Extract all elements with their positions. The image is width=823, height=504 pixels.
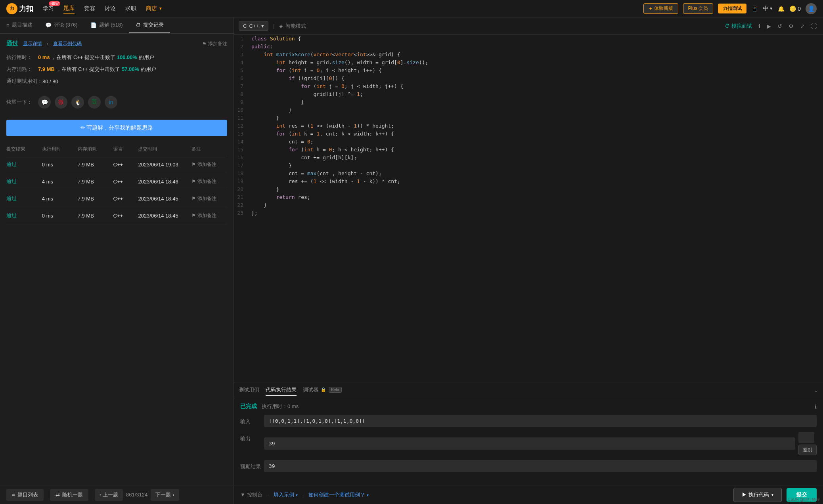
nav-shop[interactable]: 商店 ▼ xyxy=(146,4,163,14)
tab-code-result[interactable]: 代码执行结果 xyxy=(266,385,297,396)
info-icon[interactable]: ℹ xyxy=(757,21,762,31)
solution-icon: 📄 xyxy=(90,22,97,28)
test-info-icon[interactable]: ℹ xyxy=(815,404,817,410)
random-button[interactable]: ⇄ 随机一题 xyxy=(50,489,88,501)
simulate-button[interactable]: ⏱ 模拟面试 xyxy=(725,23,752,30)
interview-button[interactable]: 力扣面试 xyxy=(718,4,746,13)
row1-result[interactable]: 通过 xyxy=(6,161,42,168)
test-exec-time: 执行用时：0 ms xyxy=(262,403,299,410)
star-icon: ✦ xyxy=(649,6,653,11)
code-line-1: 1 class Solution { xyxy=(234,35,823,43)
prev-button[interactable]: ‹ 上一题 xyxy=(95,489,123,501)
flag-icon-header: ⚑ xyxy=(202,41,207,47)
coin-icon: 🪙 xyxy=(789,6,796,12)
test-expand-btn[interactable]: ⌄ xyxy=(814,387,818,393)
code-line-6: 6 if (!grid[i][0]) { xyxy=(234,74,823,82)
result-status: 通过 xyxy=(6,40,18,48)
output-label: 输出 xyxy=(240,432,264,442)
problem-list-button[interactable]: ≡ 题目列表 xyxy=(6,489,44,501)
row4-submit-time: 2023/06/14 18:45 xyxy=(138,213,191,219)
row2-memory: 7.9 MB xyxy=(78,179,113,185)
random-icon: ⇄ xyxy=(56,492,60,498)
nav-jobs[interactable]: 求职 xyxy=(125,4,136,14)
row3-result[interactable]: 通过 xyxy=(6,195,42,202)
input-row: 输入 [[0,0,1,1],[1,0,1,0],[1,1,0,0]] xyxy=(240,415,817,427)
add-note-header[interactable]: ⚑ 添加备注 xyxy=(202,40,227,47)
show-detail-link[interactable]: 显示详情 xyxy=(23,40,42,47)
nav-contest[interactable]: 竞赛 xyxy=(84,4,95,14)
douban-icon[interactable]: 豆 xyxy=(88,96,101,109)
code-line-4: 4 int height = grid.size(), width = grid… xyxy=(234,59,823,67)
row4-note[interactable]: ⚑ 添加备注 xyxy=(191,212,227,219)
code-line-20: 20 } xyxy=(234,185,823,193)
row2-submit-time: 2023/06/14 18:46 xyxy=(138,179,191,185)
nav-problems[interactable]: 题库 xyxy=(63,3,75,14)
bottom-bar: ≡ 题目列表 ⇄ 随机一题 ‹ 上一题 861/3124 下一题 › xyxy=(0,485,234,504)
how-to-link[interactable]: 如何创建一个测试用例？ ▾ xyxy=(308,491,369,498)
code-line-16: 16 cnt += grid[h][k]; xyxy=(234,154,823,162)
expand-icon[interactable]: ⤢ xyxy=(798,21,806,31)
row1-note[interactable]: ⚑ 添加备注 xyxy=(191,161,227,168)
editor-toolbar: C C++ ▾ | ◈ 智能模式 ⏱ 模拟面试 ℹ ▶ ↺ ⚙ ⤢ ⛶ xyxy=(234,17,823,35)
tab-solutions[interactable]: 📄 题解 (518) xyxy=(84,17,129,33)
bell-icon[interactable]: 🔔 xyxy=(778,6,785,12)
avatar[interactable]: 👤 xyxy=(806,3,817,14)
language-selector[interactable]: C C++ ▾ xyxy=(239,21,268,31)
submissions-table: 提交结果 执行用时 内存消耗 语言 提交时间 备注 通过 0 ms 7.9 MB… xyxy=(6,143,227,224)
code-line-22: 22 } xyxy=(234,201,823,209)
weibo-icon[interactable]: 微 xyxy=(55,96,67,109)
penguin-icon[interactable]: 🐧 xyxy=(71,96,84,109)
row3-note[interactable]: ⚑ 添加备注 xyxy=(191,195,227,202)
tab-description[interactable]: ≡ 题目描述 xyxy=(0,17,39,33)
settings-icon[interactable]: ⚙ xyxy=(787,21,795,31)
device-icon[interactable]: 📱 xyxy=(751,6,758,12)
tab-test-case[interactable]: 测试用例 xyxy=(239,385,259,396)
linkedin-icon[interactable]: in xyxy=(105,96,117,109)
tab-comments[interactable]: 💬 评论 (376) xyxy=(39,17,84,33)
copyright: CSDN @追行铸程 xyxy=(788,497,820,502)
plus-button[interactable]: Plus 会员 xyxy=(683,3,714,14)
write-solution-button[interactable]: ✏ 写题解，分享我的解题思路 xyxy=(6,120,227,136)
result-header: 通过 显示详情 › 查看示例代码 ⚑ 添加备注 xyxy=(6,40,227,48)
play-icon[interactable]: ▶ xyxy=(765,21,773,31)
console-button[interactable]: ▼ 控制台 xyxy=(240,491,262,498)
refresh-icon[interactable]: ↺ xyxy=(776,21,784,31)
fill-example-link[interactable]: 填入示例 ▾ xyxy=(274,491,298,498)
trial-button[interactable]: ✦ 体验新版 xyxy=(643,3,678,14)
input-label: 输入 xyxy=(240,415,264,425)
logo[interactable]: 力 力扣 xyxy=(6,3,33,14)
next-button[interactable]: 下一题 › xyxy=(151,489,179,501)
col-header-note: 备注 xyxy=(191,146,227,153)
col-header-time: 执行用时 xyxy=(42,146,78,153)
row2-note[interactable]: ⚑ 添加备注 xyxy=(191,178,227,185)
view-example-link[interactable]: 查看示例代码 xyxy=(53,40,82,47)
separator: | xyxy=(273,23,274,29)
console-icon: ▼ xyxy=(240,492,245,498)
row4-result[interactable]: 通过 xyxy=(6,212,42,219)
memory-label: 内存消耗： xyxy=(6,66,38,73)
top-nav: 力 力扣 学习 NEW 题库 竞赛 讨论 求职 商店 ▼ ✦ 体验新版 Plus… xyxy=(0,0,823,17)
nav-discuss[interactable]: 讨论 xyxy=(105,4,116,14)
nav-study[interactable]: 学习 NEW xyxy=(43,4,54,14)
memory-value: 7.9 MB ，在所有 C++ 提交中击败了 57.06% 的用户 xyxy=(38,66,156,73)
smart-mode[interactable]: ◈ 智能模式 xyxy=(279,23,306,30)
lang-toggle[interactable]: 中 ▼ xyxy=(763,5,773,12)
tab-debugger[interactable]: 调试器 🔒 Beta xyxy=(303,385,342,396)
fullscreen-icon[interactable]: ⛶ xyxy=(810,21,818,31)
code-line-2: 2 public: xyxy=(234,43,823,51)
wechat-icon[interactable]: 💬 xyxy=(38,96,51,109)
how-to-arrow: ▾ xyxy=(367,493,369,497)
diff-button[interactable]: 差别 xyxy=(798,445,817,455)
run-code-button[interactable]: ▶ 执行代码 ▾ xyxy=(733,488,782,502)
row2-result[interactable]: 通过 xyxy=(6,178,42,185)
completed-row: 已完成 执行用时：0 ms ℹ xyxy=(240,403,817,410)
fill-example-arrow: ▾ xyxy=(296,493,298,497)
dropdown-arrow-run: ▾ xyxy=(771,493,773,497)
test-cases-row: 通过测试用例： 80 / 80 xyxy=(6,78,227,85)
dropdown-arrow: ▾ xyxy=(261,23,264,29)
code-area[interactable]: 1 class Solution { 2 public: 3 int matri… xyxy=(234,35,823,382)
tab-submissions[interactable]: ⏱ 提交记录 xyxy=(129,17,170,33)
table-row: 通过 0 ms 7.9 MB C++ 2023/06/14 18:45 ⚑ 添加… xyxy=(6,207,227,224)
code-line-5: 5 for (int i = 0; i < height; i++) { xyxy=(234,67,823,74)
completed-text: 已完成 xyxy=(240,403,257,410)
